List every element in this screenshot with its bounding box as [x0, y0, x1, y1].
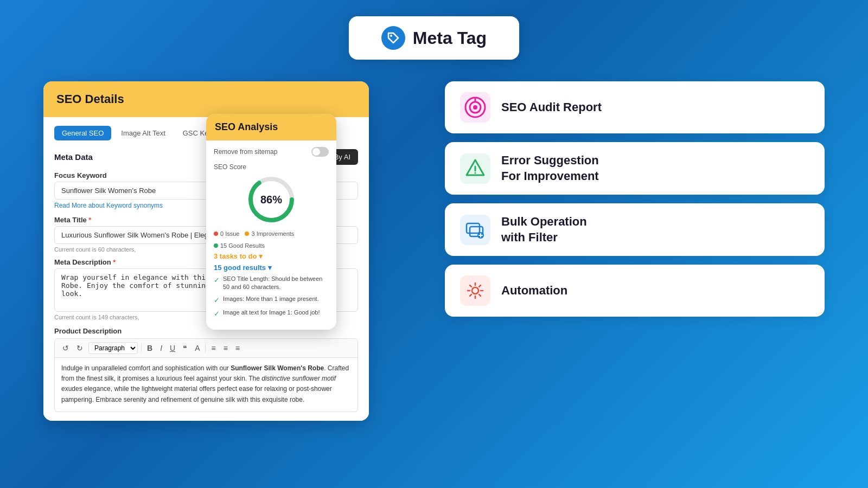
- feature-card-bulk-operation[interactable]: Bulk Operationwith Filter: [445, 203, 825, 256]
- bulk-operation-title: Bulk Operationwith Filter: [501, 214, 587, 245]
- tasks-chevron: ▾: [259, 252, 263, 260]
- svg-point-9: [475, 172, 476, 174]
- result-item-2: ✓ Images: More than 1 image present.: [214, 295, 329, 305]
- seo-score-label: SEO Score: [214, 163, 329, 171]
- stat-improvements: 3 Improvements: [245, 230, 294, 237]
- align-right-button[interactable]: ≡: [233, 343, 242, 354]
- good-results-section-label: 15 good results: [214, 264, 266, 272]
- error-icon: [463, 157, 487, 181]
- tab-image-alt[interactable]: Image Alt Text: [113, 126, 173, 140]
- score-stats: 0 Issue 3 Improvements 15 Good Results: [214, 230, 329, 249]
- improvements-dot: [245, 232, 249, 236]
- result-text-1: SEO Title Length: Should be between 50 a…: [223, 275, 329, 292]
- seo-details-wrapper: SEO Details General SEO Image Alt Text G…: [43, 81, 423, 421]
- color-button[interactable]: A: [193, 343, 202, 354]
- good-results-dot: [214, 243, 218, 248]
- tasks-section: 3 tasks to do ▾ 15 good results ▾ ✓ SEO …: [214, 252, 329, 319]
- redo-button[interactable]: ↻: [74, 343, 85, 354]
- score-value: 86%: [260, 194, 282, 206]
- toolbar-separator: [141, 344, 142, 352]
- feature-card-seo-audit[interactable]: SEO Audit Report: [445, 81, 825, 133]
- remove-sitemap-row: Remove from sitemap: [214, 147, 329, 157]
- header-title: Meta Tag: [413, 28, 487, 48]
- check-icon-1: ✓: [214, 275, 220, 285]
- seo-analysis-body: Remove from sitemap SEO Score 86%: [206, 140, 336, 330]
- result-item-3: ✓ Image alt text for Image 1: Good job!: [214, 309, 329, 319]
- tag-icon: [381, 26, 405, 50]
- good-results-label: 15 Good Results: [220, 242, 265, 249]
- header: Meta Tag: [0, 0, 868, 60]
- tasks-header[interactable]: 3 tasks to do ▾: [214, 252, 329, 260]
- result-text-3: Image alt text for Image 1: Good job!: [223, 309, 320, 317]
- seo-audit-icon: [463, 95, 487, 119]
- automation-icon-wrapper: [460, 275, 490, 306]
- tasks-label: 3 tasks to do: [214, 252, 257, 260]
- undo-button[interactable]: ↺: [60, 343, 71, 354]
- seo-audit-icon-wrapper: [460, 92, 490, 123]
- italic-button[interactable]: I: [158, 343, 164, 354]
- align-center-button[interactable]: ≡: [221, 343, 230, 354]
- quote-button[interactable]: ❝: [181, 343, 189, 354]
- seo-analysis-title: SEO Analysis: [215, 121, 278, 132]
- result-text-2: Images: More than 1 image present.: [223, 295, 319, 303]
- editor-content[interactable]: Indulge in unparalleled comfort and soph…: [54, 358, 358, 412]
- score-circle: 86%: [247, 175, 296, 224]
- seo-analysis-card: SEO Analysis Remove from sitemap SEO Sco…: [206, 114, 336, 330]
- stat-good-results: 15 Good Results: [214, 242, 265, 249]
- underline-button[interactable]: U: [168, 343, 177, 354]
- tab-general-seo[interactable]: General SEO: [54, 126, 111, 140]
- good-results-chevron: ▾: [268, 264, 272, 272]
- features-column: SEO Audit Report Error SuggestionFor Imp…: [445, 81, 825, 317]
- bulk-icon-wrapper: [460, 215, 490, 245]
- error-icon-wrapper: [460, 153, 490, 184]
- meta-data-label: Meta Data: [54, 152, 93, 162]
- feature-card-automation[interactable]: Automation: [445, 265, 825, 317]
- score-circle-wrapper: 86%: [214, 175, 329, 224]
- stat-issues: 0 Issue: [214, 230, 239, 237]
- error-suggestion-title: Error SuggestionFor Improvement: [501, 153, 599, 184]
- seo-details-header: SEO Details: [43, 81, 369, 117]
- check-icon-3: ✓: [214, 309, 220, 319]
- issues-dot: [214, 232, 218, 236]
- remove-sitemap-toggle[interactable]: [311, 147, 329, 157]
- seo-audit-title: SEO Audit Report: [501, 100, 602, 115]
- automation-title: Automation: [501, 283, 567, 299]
- toolbar-separator-2: [205, 344, 206, 352]
- header-card: Meta Tag: [349, 16, 519, 60]
- svg-point-15: [472, 287, 478, 294]
- svg-point-1: [390, 35, 392, 37]
- seo-analysis-header: SEO Analysis: [206, 114, 336, 140]
- check-icon-2: ✓: [214, 296, 220, 305]
- good-results-section-header[interactable]: 15 good results ▾: [214, 264, 329, 272]
- align-left-button[interactable]: ≡: [209, 343, 218, 354]
- svg-rect-10: [467, 223, 480, 233]
- main-content: SEO Details General SEO Image Alt Text G…: [0, 81, 868, 421]
- svg-point-6: [473, 105, 477, 110]
- bold-button[interactable]: B: [145, 343, 155, 354]
- paragraph-select[interactable]: Paragraph: [88, 342, 138, 354]
- seo-details-title: SEO Details: [56, 92, 124, 106]
- editor-toolbar: ↺ ↻ Paragraph B I U ❝ A ≡ ≡ ≡: [54, 338, 358, 358]
- issues-label: 0 Issue: [220, 230, 239, 237]
- improvements-label: 3 Improvements: [251, 230, 294, 237]
- automation-icon: [463, 279, 487, 303]
- svg-point-0: [381, 26, 405, 50]
- remove-sitemap-label: Remove from sitemap: [214, 148, 277, 156]
- feature-card-error-suggestion[interactable]: Error SuggestionFor Improvement: [445, 142, 825, 195]
- result-item-1: ✓ SEO Title Length: Should be between 50…: [214, 275, 329, 292]
- bulk-icon: [463, 218, 487, 242]
